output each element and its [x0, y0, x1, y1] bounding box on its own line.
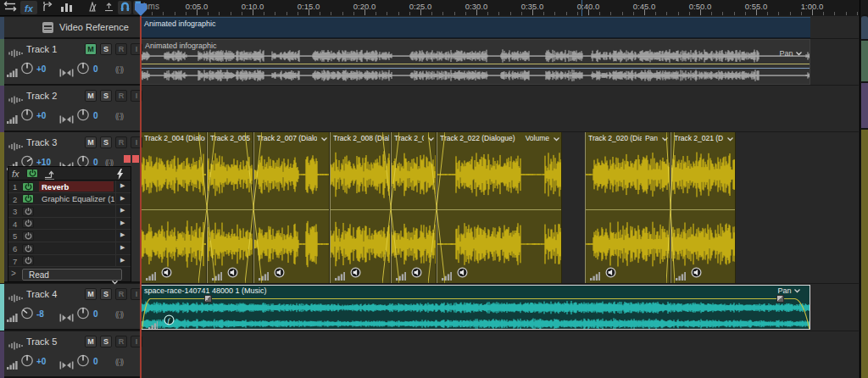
chevron-down-icon[interactable] [320, 132, 328, 145]
fx-slot-expand-arrow[interactable]: ▶ [120, 257, 125, 264]
clip-speaker-icon[interactable] [457, 266, 468, 281]
dialogue-clip-track-2-021-d-[interactable]: Track 2_021 (D... [670, 132, 736, 283]
overview-strip-segment[interactable] [861, 39, 868, 81]
track-track-4-pan-value[interactable]: 0 [93, 309, 98, 319]
track-track-4-button-r[interactable]: R [115, 288, 127, 300]
fx-slot-expand-arrow[interactable]: ▶ [120, 182, 125, 189]
crossfade-x[interactable] [428, 132, 445, 283]
fx-slot-power-button[interactable] [22, 219, 34, 228]
track-track-1-volume-value[interactable]: +0 [36, 64, 46, 74]
clip-effects-icon[interactable]: f [164, 314, 175, 329]
toolbar-effects-toggle-button[interactable]: fx [20, 1, 37, 14]
overview-strip-segment[interactable] [861, 128, 868, 378]
clip-speaker-icon[interactable] [227, 266, 238, 281]
track-overview-scrollbar[interactable] [860, 0, 868, 378]
track-track-1-button-s[interactable]: S [100, 43, 112, 55]
clip-gain-icon[interactable] [148, 318, 158, 330]
toolbar-snapping-button[interactable] [118, 1, 131, 14]
fx-slot-3[interactable]: 3▶ [8, 205, 131, 218]
fx-slot-expand-arrow[interactable]: ▶ [120, 207, 125, 214]
track-track-3-button-s[interactable]: S [100, 136, 112, 148]
track-track-5-button-m[interactable]: M [85, 336, 97, 347]
volume-envelope-line[interactable] [142, 209, 207, 210]
dialogue-clip-track-2-004-dialogue-[interactable]: Track 2_004 (Dialogue) [141, 132, 207, 283]
clip-gain-icon[interactable] [335, 269, 345, 283]
track-track-1-button-m[interactable]: M [85, 43, 97, 55]
volume-envelope-line[interactable] [586, 209, 670, 210]
track-track-1-button-r[interactable]: R [115, 43, 127, 55]
fx-slot-1[interactable]: 1Reverb▶ [8, 181, 131, 193]
clip-speaker-icon[interactable] [161, 266, 172, 281]
envelope-selector[interactable]: Pan [777, 286, 801, 295]
video-clip[interactable]: Animated infographic [141, 17, 810, 38]
fx-slot-power-button[interactable] [22, 231, 34, 241]
fx-slot-5[interactable]: 5▶ [8, 230, 131, 242]
clip-gain-icon[interactable] [676, 269, 686, 283]
volume-envelope-line[interactable] [254, 209, 330, 210]
clip-speaker-icon[interactable] [605, 266, 616, 281]
track-track-1-pan-knob[interactable] [76, 61, 90, 78]
clip-gain-icon[interactable] [146, 269, 156, 283]
track-track-2-pan-knob[interactable] [76, 108, 90, 125]
fx-slot-7[interactable]: 7▶ [8, 255, 131, 268]
track-track-1-pan-value[interactable]: 0 [93, 64, 98, 74]
track-track-2-volume-knob[interactable] [20, 108, 34, 125]
track-track-2-volume-value[interactable]: +0 [36, 111, 46, 120]
chevron-down-icon[interactable] [553, 132, 560, 145]
crossfade-x[interactable] [382, 132, 399, 283]
audio-clip-track1[interactable]: Animated infographicPan [141, 39, 810, 85]
track-track-5-pan-value[interactable]: 0 [93, 357, 98, 366]
fx-slot-power-button[interactable] [22, 207, 34, 216]
crossfade-x[interactable] [666, 132, 675, 283]
clip-speaker-icon[interactable] [691, 266, 702, 281]
envelope-selector[interactable]: Pan [779, 49, 803, 58]
clip-speaker-icon[interactable] [350, 266, 361, 281]
dialogue-clip-track-2-007-dialogue-[interactable]: Track 2_007 (Dialogue) [253, 132, 330, 283]
fx-rack-expander[interactable]: > [11, 269, 16, 278]
fx-slot-power-button[interactable] [22, 244, 34, 253]
track-track-2-pan-value[interactable]: 0 [93, 111, 98, 120]
toolbar-razor-tool-button[interactable] [39, 1, 56, 14]
crossfade-x[interactable] [198, 132, 215, 283]
clip-speaker-icon[interactable] [274, 266, 285, 281]
track-track-4-volume-value[interactable]: -8 [36, 309, 44, 319]
dialogue-clip-track-2-022-dialogue-[interactable]: Track 2_022 (Dialogue)Volume [437, 132, 562, 283]
fx-slot-power-button[interactable] [22, 182, 34, 192]
toolbar-move-tool-button[interactable] [2, 1, 19, 14]
fx-slot-2[interactable]: 2Graphic Equalizer (10▶ [8, 193, 131, 206]
track-track-4-volume-knob[interactable] [20, 306, 34, 323]
track-track-2-button-m[interactable]: M [85, 90, 97, 102]
fx-slot-power-button[interactable] [22, 256, 34, 265]
chevron-down-icon[interactable] [726, 132, 734, 145]
track-track-4-pan-knob[interactable] [76, 306, 90, 323]
clip-gain-icon[interactable] [590, 269, 600, 283]
track-track-4-button-m[interactable]: M [85, 288, 97, 300]
envelope-label[interactable]: Volume [526, 134, 549, 142]
fx-slot-expand-arrow[interactable]: ▶ [120, 195, 125, 202]
fx-slot-4[interactable]: 4▶ [8, 218, 131, 231]
pan-envelope-line[interactable] [142, 68, 810, 69]
fx-slot-expand-arrow[interactable]: ▶ [120, 220, 125, 226]
playhead-line[interactable] [140, 16, 142, 378]
clip-speaker-icon[interactable] [411, 266, 422, 281]
volume-envelope-line[interactable] [671, 209, 736, 210]
fx-slot-6[interactable]: 6▶ [8, 242, 131, 255]
fx-slot-expand-arrow[interactable]: ▶ [120, 244, 125, 251]
fx-slot-expand-arrow[interactable]: ▶ [120, 231, 125, 238]
track-track-3-button-m[interactable]: M [85, 136, 97, 148]
crossfade-x[interactable] [245, 132, 262, 283]
music-clip[interactable]: space-race-140741 48000 1 (Music)Pan f [141, 285, 810, 330]
track-track-2-button-s[interactable]: S [100, 90, 112, 102]
toolbar-mixer-view-button[interactable] [58, 1, 75, 14]
fx-rack-power-button[interactable] [26, 169, 38, 178]
overview-strip-segment[interactable] [861, 14, 868, 39]
dialogue-clip-track-2-020-dialogue-[interactable]: Track 2_020 (Dialogue)Pan [585, 132, 670, 283]
volume-envelope-line[interactable] [142, 64, 810, 64]
track-track-5-pan-knob[interactable] [76, 353, 90, 370]
toolbar-metronome-button[interactable] [85, 1, 100, 14]
automation-mode-dropdown[interactable]: Read [22, 269, 122, 281]
envelope-keyframe-handle[interactable] [776, 295, 784, 303]
track-track-2-button-r[interactable]: R [115, 90, 127, 102]
track-track-4-button-s[interactable]: S [100, 288, 112, 300]
track-track-5-volume-value[interactable]: +0 [36, 357, 46, 366]
